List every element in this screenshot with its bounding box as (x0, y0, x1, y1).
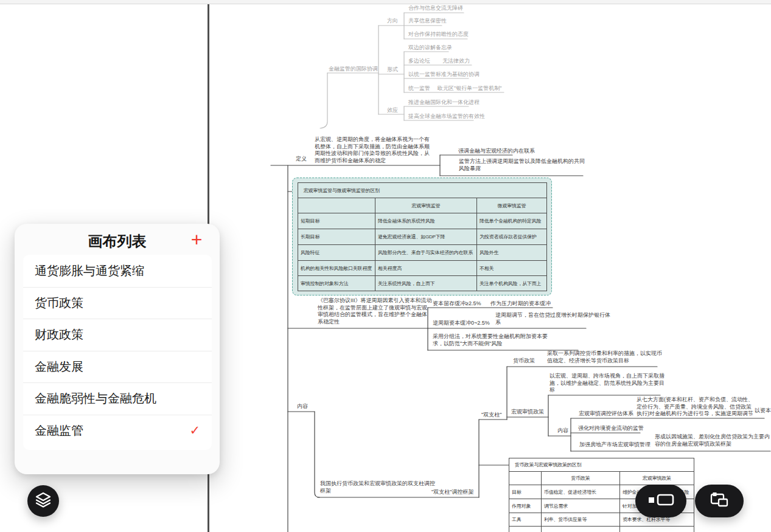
check-icon: ✓ (189, 423, 200, 438)
table-cell: 关注单个机构风险，从下而上 (477, 276, 547, 291)
mindmap-node[interactable]: 强化对跨境资金流动的监管 (578, 425, 644, 432)
canvas-list-item-label: 财政政策 (35, 326, 83, 343)
mindmap-node[interactable]: 内容 (557, 427, 568, 435)
mindmap-node[interactable]: 作为压力时期的资本缓冲 (490, 300, 551, 308)
table-cell: 作用对象 (509, 499, 542, 513)
table-cell: 风险部分内生、来自于与实体经济的内在联系 (375, 245, 477, 261)
canvas-list-item-label: 货币政策 (35, 295, 83, 311)
mindmap-node[interactable]: 宏观审慎调控评估体系 (579, 410, 633, 418)
table-cell (542, 527, 620, 532)
card-view-button[interactable] (635, 485, 686, 517)
canvas-list-item-label: 金融监管 (35, 423, 83, 439)
table-cell: 长期目标 (298, 229, 375, 245)
table-header-cell (298, 198, 375, 213)
mindmap-node[interactable]: 金融监管的国际协调 (329, 66, 378, 73)
table-cell: 机构的相关性和风险敞口关联程度 (298, 261, 375, 276)
mindmap-node[interactable]: 以资本 (755, 407, 771, 415)
mindmap-node[interactable]: 货币政策 (513, 358, 535, 365)
table-cell: 利率、货币供应量等 (542, 513, 620, 527)
canvas-list-item[interactable]: 金融脆弱性与金融危机 (23, 382, 212, 415)
table-cell: 风险外生 (477, 245, 547, 261)
mindmap-node[interactable]: "双支柱" (481, 412, 501, 419)
canvas-list-header: 画布列表 + (15, 224, 220, 255)
table-cell: 不相关 (477, 261, 547, 276)
canvas-list-item[interactable]: 货币政策 (23, 287, 212, 319)
canvas-list-item[interactable]: 金融监管✓ (23, 415, 212, 447)
table-row: 审慎控制的对象和方法关注系统性风险，自上而下关注单个机构风险，从下而上 (298, 276, 547, 291)
mindmap-node[interactable]: 欧元区"银行单一监管机制" (438, 85, 501, 92)
table-cell: 避免宏观经济衰退、如GDP下降 (375, 229, 477, 245)
mindmap-node[interactable]: 多边论坛 (408, 58, 430, 65)
table-row: 风险特征风险部分内生、来自于与实体经济的内在联系风险外生 (298, 245, 547, 261)
table-cell: 风险特征 (298, 245, 375, 261)
mindmap-node[interactable]: 以统一监管标准为基础的协调 (408, 71, 480, 78)
mindmap-node[interactable]: 逆周期调节，旨在信贷过度增长时期保护银行体系 (495, 312, 613, 326)
table-header-cell: 宏观审慎政策 (620, 472, 694, 485)
mindmap-node[interactable]: 形式 (387, 66, 398, 74)
mindmap-node[interactable]: 采取一系列调控货币量和利率的措施，以实现币值稳定、经济增长等货币政策目标 (547, 350, 665, 364)
table-cell: 币值稳定、促进经济增长 (542, 485, 620, 499)
mindmap-node[interactable]: 加强房地产市场宏观审慎管理 (579, 441, 651, 449)
table-cell: 目标 (509, 485, 542, 499)
mindmap-node[interactable]: 《巴塞尔协议III》将逆周期因素引入资本和流动性框架，在监管层面上建立了微观审慎… (318, 297, 432, 325)
table-header-cell: 微观审慎监管 (477, 198, 547, 213)
canvas-list-item[interactable]: 通货膨胀与通货紧缩 (23, 255, 212, 287)
canvas-list-item-label: 金融脆弱性与金融危机 (35, 390, 156, 407)
macroprudential-vs-microprudential-table[interactable]: 宏观审慎监管与微观审慎监管的区别宏观审慎监管微观审慎监管短期目标降低金融体系的系… (298, 182, 547, 291)
mindmap-node[interactable]: 方向 (387, 18, 398, 25)
mindmap-node[interactable]: 形成以因城施策、差别化住房信贷政策为主要内容的住房金融宏观审慎政策框架 (655, 434, 771, 447)
table-cell: 为投资者或存款者提供保护 (477, 229, 547, 245)
table-cell: 短期目标 (298, 213, 375, 229)
mindmap-node[interactable]: 定义 (296, 156, 307, 163)
mindmap-node[interactable]: 逆周期资本缓冲0~2.5% (433, 320, 490, 327)
table-cell: 工具 (509, 513, 542, 527)
mindmap-node[interactable]: 双边的谅解备忘录 (408, 44, 452, 52)
table-cell: 关注系统性风险，自上而下 (375, 276, 477, 291)
canvas-list: 通货膨胀与通货紧缩货币政策财政政策金融发展金融脆弱性与金融危机金融监管✓ (23, 255, 212, 450)
table-row: 长期目标避免宏观经济衰退、如GDP下降为投资者或存款者提供保护 (298, 229, 547, 245)
add-canvas-button[interactable]: + (186, 229, 208, 250)
mindmap-node[interactable]: 我国执行货币政策和宏观审慎政策的双支柱调控框架 (320, 480, 438, 494)
mindmap-node[interactable]: 合作与信息交流无障碍 (408, 5, 463, 12)
mindmap-node[interactable]: 采用分组法，对系统重要性金融机构附加资本要求，以防范"大而不能倒"风险 (433, 333, 550, 347)
table-title: 宏观审慎监管与微观审慎监管的区别 (298, 183, 547, 198)
canvas-list-item-label: 金融发展 (35, 359, 83, 375)
mindmap-node[interactable]: 强调金融与宏观经济的内在联系 (458, 148, 535, 155)
mindmap-node[interactable]: 共享信息保密性 (408, 18, 447, 25)
mindmap-node[interactable]: 资本留存缓冲≥2.5% (433, 300, 481, 308)
mindmap-node[interactable]: "双支柱"调控框架 (431, 489, 473, 496)
mindmap-node[interactable]: 统一监管 (408, 85, 430, 92)
multi-canvas-icon (710, 491, 729, 511)
mindmap-node[interactable]: 推进金融国际化和一体化进程 (408, 99, 480, 106)
mindmap-node[interactable]: 监管方法上强调逆周期监管以及降低金融机构的共同风险暴露 (459, 158, 590, 172)
table-row (509, 527, 694, 532)
multi-canvas-button[interactable] (695, 485, 744, 517)
mindmap-node[interactable]: 以宏观、逆周期、跨市场视角，自上而下采取措施，以维护金融稳定、防范系统性风险为主… (549, 373, 667, 394)
table-header-cell: 宏观审慎监管 (375, 198, 477, 213)
table-header-cell: 货币政策 (542, 472, 620, 485)
table-cell: 审慎控制的对象和方法 (298, 276, 375, 291)
layers-icon (34, 491, 52, 511)
table-cell: 降低金融体系的系统性风险 (375, 213, 477, 229)
mindmap-node[interactable]: 内容 (297, 403, 308, 410)
table-cell: 相关程度高 (375, 261, 477, 276)
table-title: 货币政策与宏观审慎政策的区别 (509, 458, 694, 472)
canvas-list-item-label: 通货膨胀与通货紧缩 (35, 263, 144, 279)
table-cell: 调节总需求 (542, 499, 620, 513)
canvas-list-item[interactable]: 金融发展 (23, 351, 212, 383)
layers-button[interactable] (27, 485, 59, 517)
table-cell (509, 527, 542, 532)
mindmap-node[interactable]: 对合作保持前瞻性的态度 (408, 31, 469, 38)
mindmap-node[interactable]: 效应 (387, 107, 398, 114)
mindmap-node[interactable]: 从宏观、逆周期的角度，将金融体系视为一个有机整体，自上而下采取措施，防范由金融体… (315, 136, 432, 164)
table-cell (620, 527, 694, 532)
mindmap-node[interactable]: 提高全球金融市场监管的有效性 (408, 113, 485, 120)
canvas-list-panel: 画布列表 + 通货膨胀与通货紧缩货币政策财政政策金融发展金融脆弱性与金融危机金融… (15, 224, 220, 474)
mindmap-node[interactable]: 宏观审慎政策 (511, 409, 544, 416)
card-view-icon (647, 492, 675, 510)
table-row: 机构的相关性和风险敞口关联程度相关程度高不相关 (298, 261, 547, 276)
mindmap-node[interactable]: 无法律效力 (442, 58, 470, 65)
table-row: 短期目标降低金融体系的系统性风险降低单个金融机构的特定风险 (298, 213, 547, 229)
mindmap-node[interactable]: 从七大方面(资本和杠杆、资产和负债、流动性、定价行为、资产质量、跨境业务风险、信… (637, 396, 756, 418)
canvas-list-item[interactable]: 财政政策 (23, 319, 212, 351)
